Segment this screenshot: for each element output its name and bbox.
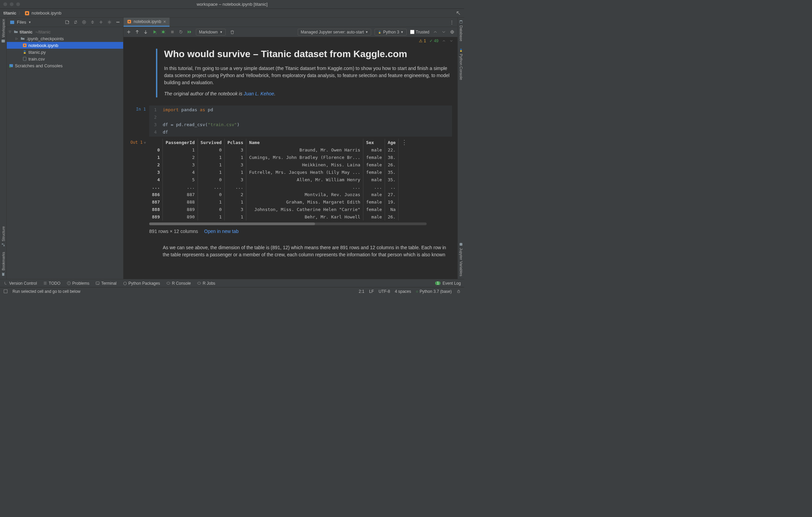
table-column-header[interactable]: Sex: [363, 139, 385, 146]
svg-point-16: [162, 31, 165, 33]
output-prompt[interactable]: Out 1▽: [129, 139, 149, 234]
sidebar-view-selector[interactable]: Files ▼: [9, 20, 31, 25]
notebook-content[interactable]: Who would survive – Titanic dataset from…: [123, 45, 457, 279]
python-packages-tool[interactable]: Python Packages: [123, 281, 160, 286]
svg-rect-4: [2, 243, 3, 244]
table-row: 4503Allen, Mr. William Henrymale35.: [149, 176, 399, 183]
lock-icon[interactable]: [456, 289, 461, 293]
expand-all-icon[interactable]: [90, 20, 95, 25]
close-window-icon[interactable]: [3, 2, 7, 6]
tool-windows-icon[interactable]: [3, 289, 8, 293]
table-column-header[interactable]: Name: [246, 139, 363, 146]
code-editor[interactable]: import pandas as pd df = pd.read_csv("tr…: [159, 105, 452, 137]
status-hint: Run selected cell and go to cell below: [13, 289, 81, 294]
tree-item-python[interactable]: titanic.py: [7, 49, 123, 55]
tab-notebook[interactable]: notebook.ipynb ×: [123, 18, 170, 27]
tree-item-folder[interactable]: ▷ .ipynb_checkpoints: [7, 35, 123, 42]
file-tree: ▽ titanic ~/titanic ▷ .ipynb_checkpoints…: [7, 27, 123, 70]
notebook-file-icon: [25, 11, 29, 16]
table-column-header[interactable]: Age: [385, 139, 398, 146]
open-in-icon[interactable]: [456, 11, 461, 16]
prev-highlight-icon[interactable]: [442, 39, 446, 43]
run-all-icon[interactable]: [187, 29, 192, 34]
table-row: 3411Futrelle, Mrs. Jacques Heath (Lily M…: [149, 168, 399, 176]
next-highlight-icon[interactable]: [449, 39, 453, 43]
add-cell-icon[interactable]: [126, 29, 131, 34]
python-console-tool-button[interactable]: Python Console: [459, 48, 463, 80]
svg-rect-17: [171, 31, 174, 33]
browser-icon[interactable]: [450, 29, 455, 34]
version-control-tool[interactable]: Version Control: [3, 281, 37, 286]
table-column-header[interactable]: Survived: [198, 139, 225, 146]
run-cell-icon[interactable]: [152, 29, 157, 34]
scroll-down-icon[interactable]: [441, 29, 446, 34]
indent-setting[interactable]: 4 spaces: [395, 289, 411, 294]
interpreter-indicator[interactable]: Python 3.7 (base): [416, 289, 452, 294]
debug-cell-icon[interactable]: [161, 29, 166, 34]
table-row: 88688702Montvila, Rev. Juozasmale27.: [149, 191, 399, 198]
file-encoding[interactable]: UTF-8: [379, 289, 390, 294]
zoom-window-icon[interactable]: [16, 2, 20, 6]
structure-tool-button[interactable]: Structure: [1, 226, 5, 247]
scroll-up-icon[interactable]: [433, 29, 438, 34]
markdown-cell[interactable]: Who would survive – Titanic dataset from…: [156, 49, 452, 97]
gear-icon[interactable]: [107, 20, 112, 25]
breadcrumb-project[interactable]: titanic: [3, 10, 16, 16]
tree-scratches[interactable]: Scratches and Consoles: [7, 62, 123, 69]
table-more-icon[interactable]: ⋮: [399, 139, 407, 146]
todo-tool[interactable]: TODO: [43, 281, 60, 286]
r-jobs-tool[interactable]: R Jobs: [197, 281, 215, 286]
ok-indicator[interactable]: ✓ 49: [429, 39, 438, 43]
minimize-icon[interactable]: [115, 20, 120, 25]
problems-tool[interactable]: Problems: [67, 281, 90, 286]
table-row: 88989011Behr, Mr. Karl Howellmale26.: [149, 213, 399, 220]
jupyter-server-dropdown[interactable]: Managed Jupyter server: auto-start ▼: [298, 29, 371, 36]
svg-point-1: [26, 12, 28, 14]
table-row: ....................: [149, 183, 399, 191]
jupyter-variables-tool-button[interactable]: Jupyter Variables: [459, 242, 463, 276]
new-file-icon[interactable]: [65, 20, 70, 25]
svg-point-7: [84, 22, 85, 23]
cell-type-dropdown[interactable]: Markdown ▼: [196, 29, 226, 36]
event-log-tool[interactable]: Event Log: [443, 281, 461, 286]
caret-position[interactable]: 2:1: [359, 289, 364, 294]
trusted-checkbox[interactable]: Trusted: [410, 30, 429, 34]
terminal-tool[interactable]: Terminal: [95, 281, 116, 286]
restart-icon[interactable]: [178, 29, 183, 34]
svg-rect-20: [459, 243, 462, 245]
markdown-heading: Who would survive – Titanic dataset from…: [164, 49, 452, 60]
editor-area: notebook.ipynb × ⋮ Markdown ▼: [123, 18, 457, 279]
workspace-tool-button[interactable]: Workspace: [1, 19, 5, 43]
stop-icon[interactable]: [170, 29, 175, 34]
breadcrumb-file[interactable]: notebook.ipynb: [31, 10, 61, 16]
code-cell[interactable]: In 1 1 2 3 4 import pandas as pd df = pd…: [129, 105, 452, 137]
horizontal-scrollbar[interactable]: [149, 222, 427, 225]
collapse-all-icon[interactable]: [98, 20, 104, 25]
table-column-header[interactable]: [149, 139, 163, 146]
author-link[interactable]: Juan L. Kehoe: [244, 91, 274, 96]
tree-item-csv[interactable]: train.csv: [7, 55, 123, 62]
interpreter-dropdown[interactable]: Python 3 ▼: [375, 29, 406, 36]
sync-icon[interactable]: [73, 20, 78, 25]
move-down-icon[interactable]: [143, 29, 148, 34]
bookmarks-tool-button[interactable]: Bookmarks: [1, 252, 5, 276]
target-icon[interactable]: [82, 20, 87, 25]
svg-rect-25: [4, 290, 7, 293]
database-tool-button[interactable]: Database: [459, 20, 463, 41]
tabs-more-icon[interactable]: ⋮: [450, 20, 457, 25]
warning-indicator[interactable]: ⚠ 1: [419, 39, 426, 43]
tree-item-notebook[interactable]: notebook.ipynb: [7, 42, 123, 49]
table-row: 2313Heikkinen, Miss. Lainafemale26.: [149, 161, 399, 168]
table-column-header[interactable]: Pclass: [225, 139, 246, 146]
table-column-header[interactable]: PassengerId: [163, 139, 198, 146]
move-up-icon[interactable]: [135, 29, 140, 34]
svg-point-10: [24, 45, 25, 46]
line-separator[interactable]: LF: [369, 289, 374, 294]
breadcrumb-separator-icon: 〉: [18, 10, 23, 16]
minimize-window-icon[interactable]: [10, 2, 14, 6]
r-console-tool[interactable]: R Console: [166, 281, 191, 286]
open-in-new-tab-link[interactable]: Open in new tab: [204, 229, 239, 234]
close-tab-icon[interactable]: ×: [163, 19, 166, 24]
tree-root[interactable]: ▽ titanic ~/titanic: [7, 28, 123, 35]
delete-cell-icon[interactable]: [230, 29, 235, 34]
